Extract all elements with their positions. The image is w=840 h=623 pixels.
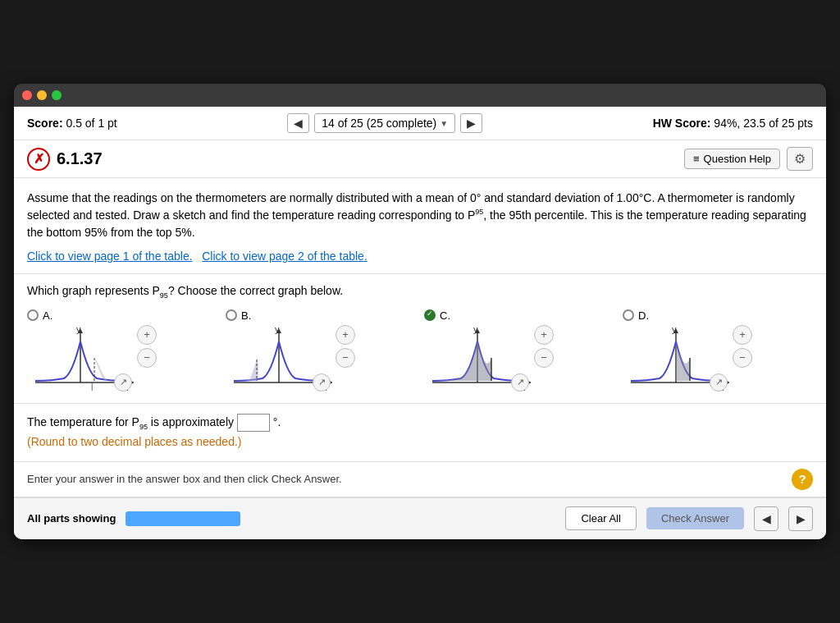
minimize-dot[interactable] xyxy=(37,90,47,100)
nav-current-label: 14 of 25 (25 complete) xyxy=(322,117,436,130)
expand-icon-d[interactable]: ↗ xyxy=(710,373,728,392)
zoom-in-d[interactable]: + xyxy=(733,325,752,345)
score-display: Score: 0.5 of 1 pt xyxy=(27,117,117,130)
choice-label-b[interactable]: B. xyxy=(226,309,251,322)
graph-svg-c: x y ↗ xyxy=(424,325,531,393)
graph-btns-d: + − xyxy=(733,325,752,368)
graph-svg-b: x y ↗ xyxy=(226,325,332,393)
svg-text:|: | xyxy=(91,383,93,391)
graph-svg-d: x y ↗ xyxy=(623,325,729,393)
nav-next-button[interactable]: ▶ xyxy=(460,113,482,133)
graph-container-c: x y ↗ + − xyxy=(424,325,554,393)
zoom-out-d[interactable]: − xyxy=(733,348,752,368)
zoom-in-c[interactable]: + xyxy=(534,325,554,345)
close-dot[interactable] xyxy=(22,90,32,100)
parts-showing-label: All parts showing xyxy=(27,512,116,525)
footer-next-button[interactable]: ▶ xyxy=(788,506,813,531)
table-page2-link[interactable]: Click to view page 2 of the table. xyxy=(202,250,368,263)
graph-choice-d: D. x y xyxy=(623,309,813,393)
chevron-down-icon: ▼ xyxy=(440,119,448,128)
graph-svg-a: x y | ↗ xyxy=(27,325,134,393)
score-bar: Score: 0.5 of 1 pt ◀ 14 of 25 (25 comple… xyxy=(14,107,826,140)
choice-label-a[interactable]: A. xyxy=(27,309,52,322)
graph-choice-c: C. x y xyxy=(424,309,614,393)
graphs-row: A. x xyxy=(27,309,813,393)
radio-b[interactable] xyxy=(226,309,237,321)
radio-a[interactable] xyxy=(27,309,39,321)
zoom-out-a[interactable]: − xyxy=(137,348,157,368)
zoom-in-b[interactable]: + xyxy=(336,325,355,345)
hw-score-value: 94%, 23.5 of 25 pts xyxy=(714,117,813,130)
graph-choice-b: B. x y xyxy=(226,309,416,393)
footer-prev-button[interactable]: ◀ xyxy=(754,506,778,531)
svg-text:y: y xyxy=(275,325,280,334)
zoom-out-c[interactable]: − xyxy=(534,348,554,368)
answer-prompt: The temperature for P95 is approximately… xyxy=(27,414,813,432)
choice-label-d[interactable]: D. xyxy=(623,309,649,322)
partial-credit-icon: ✗ xyxy=(27,148,50,171)
score-value: 0.5 of 1 pt xyxy=(66,117,116,130)
question-header: ✗ 6.1.37 ≡ Question Help ⚙ xyxy=(14,140,826,178)
expand-icon-b[interactable]: ↗ xyxy=(313,373,331,392)
question-links: Click to view page 1 of the table. Click… xyxy=(27,248,813,265)
check-answer-button[interactable]: Check Answer xyxy=(646,507,744,529)
title-bar xyxy=(14,84,826,107)
graph-btns-b: + − xyxy=(336,325,355,368)
nav-center: ◀ 14 of 25 (25 complete) ▼ ▶ xyxy=(287,113,482,133)
question-tools: ≡ Question Help ⚙ xyxy=(684,147,813,171)
answer-note: (Round to two decimal places as needed.) xyxy=(27,435,813,448)
answer-section: The temperature for P95 is approximately… xyxy=(14,404,826,462)
expand-icon-a[interactable]: ↗ xyxy=(114,373,132,392)
svg-text:y: y xyxy=(76,325,81,334)
choice-label-c[interactable]: C. xyxy=(424,309,450,322)
radio-c[interactable] xyxy=(424,309,436,321)
settings-button[interactable]: ⚙ xyxy=(787,147,813,171)
nav-page-dropdown[interactable]: 14 of 25 (25 complete) ▼ xyxy=(314,113,455,133)
graph-container-b: x y ↗ + − xyxy=(226,325,355,393)
radio-d[interactable] xyxy=(623,309,634,321)
help-button-label: Question Help xyxy=(704,153,771,165)
graph-container-d: x y ↗ + − xyxy=(623,325,752,393)
graph-container-a: x y | ↗ + xyxy=(27,325,157,393)
graph-section: Which graph represents P95? Choose the c… xyxy=(14,274,826,404)
question-id: 6.1.37 xyxy=(57,149,103,168)
footer-bar: All parts showing Clear All Check Answer… xyxy=(14,497,826,539)
maximize-dot[interactable] xyxy=(52,90,62,100)
progress-bar xyxy=(126,511,240,526)
graph-btns-a: + − xyxy=(137,325,157,368)
question-body: Assume that the readings on the thermome… xyxy=(14,178,826,274)
zoom-in-a[interactable]: + xyxy=(137,325,157,345)
expand-icon-c[interactable]: ↗ xyxy=(511,373,529,392)
progress-bar-fill xyxy=(126,511,240,526)
instructions-text: Enter your answer in the answer box and … xyxy=(27,473,342,485)
instructions-bar: Enter your answer in the answer box and … xyxy=(14,462,826,497)
svg-text:y: y xyxy=(672,325,677,334)
question-text: Assume that the readings on the thermome… xyxy=(27,190,813,241)
main-content: Score: 0.5 of 1 pt ◀ 14 of 25 (25 comple… xyxy=(14,107,826,539)
graph-btns-c: + − xyxy=(534,325,554,368)
hw-score-label: HW Score: xyxy=(653,117,711,130)
zoom-out-b[interactable]: − xyxy=(336,348,355,368)
help-list-icon: ≡ xyxy=(693,153,700,165)
svg-text:y: y xyxy=(473,325,478,334)
score-label: Score: xyxy=(27,117,63,130)
answer-input[interactable] xyxy=(237,414,270,432)
graph-choice-a: A. x xyxy=(27,309,217,393)
clear-all-button[interactable]: Clear All xyxy=(565,506,636,530)
graph-prompt: Which graph represents P95? Choose the c… xyxy=(27,284,813,300)
question-help-button[interactable]: ≡ Question Help xyxy=(684,149,780,169)
table-page1-link[interactable]: Click to view page 1 of the table. xyxy=(27,250,193,263)
outer-window: Score: 0.5 of 1 pt ◀ 14 of 25 (25 comple… xyxy=(14,84,826,539)
question-number: ✗ 6.1.37 xyxy=(27,148,103,171)
help-hint-button[interactable]: ? xyxy=(792,469,813,490)
nav-prev-button[interactable]: ◀ xyxy=(287,113,309,133)
hw-score-display: HW Score: 94%, 23.5 of 25 pts xyxy=(653,117,813,130)
